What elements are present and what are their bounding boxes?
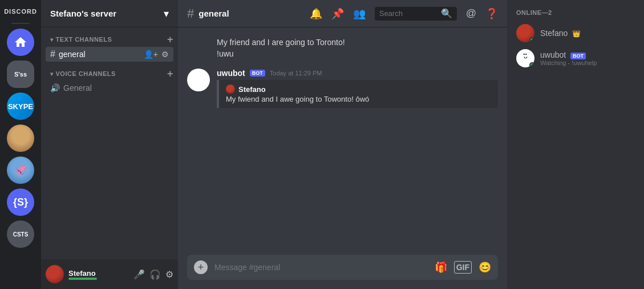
uwubot-name: uwubot BOT bbox=[540, 50, 597, 59]
search-input[interactable] bbox=[379, 9, 438, 18]
user-settings-icon[interactable]: ⚙ bbox=[165, 269, 173, 280]
channel-header: # general 🔔 📌 👥 🔍 @ ❓ bbox=[178, 0, 507, 27]
uwubot-info: uwubot BOT Watching - !uwuhelp bbox=[540, 50, 597, 66]
message-input[interactable] bbox=[214, 263, 428, 272]
message-timestamp: Today at 11:29 PM bbox=[270, 70, 322, 77]
member-info: Stefano 👑 bbox=[540, 29, 581, 38]
user-controls: 🎤 🎧 ⚙ bbox=[133, 269, 173, 280]
uwubot-member-avatar: ᵕ̈ bbox=[516, 49, 534, 67]
server-sss[interactable]: S'ss bbox=[7, 61, 34, 88]
text-channels-chevron: ▾ bbox=[50, 37, 54, 43]
channel-header-name: general bbox=[199, 9, 229, 18]
message-input-container: + 🎁 GIF 😊 bbox=[187, 255, 498, 280]
add-member-icon[interactable]: 👤+ bbox=[144, 50, 158, 59]
server-scurly[interactable]: {S} bbox=[7, 188, 34, 216]
settings-icon[interactable]: ⚙ bbox=[161, 50, 169, 59]
emoji-icon[interactable]: 😊 bbox=[479, 261, 491, 274]
user-area: Stefano 🎤 🎧 ⚙ bbox=[41, 259, 178, 289]
quoted-author-line: Stefano bbox=[226, 85, 491, 94]
quoted-author-name: Stefano bbox=[238, 85, 266, 94]
user-info: Stefano bbox=[68, 269, 129, 280]
server-face[interactable] bbox=[7, 125, 34, 152]
text-channels-category[interactable]: ▾ TEXT CHANNELS + bbox=[41, 32, 178, 47]
server-skype-label: SKYPE bbox=[8, 102, 33, 111]
chevron-down-icon: ▾ bbox=[164, 7, 169, 20]
list-item: !uwu bbox=[178, 48, 507, 59]
microphone-icon[interactable]: 🎤 bbox=[133, 269, 145, 280]
quoted-avatar bbox=[226, 85, 235, 94]
server-scurly-label: {S} bbox=[13, 196, 28, 208]
server-home[interactable] bbox=[7, 29, 34, 56]
members-list: ONLINE—2 Stefano 👑 ᵕ̈ uwubot BOT Watchin… bbox=[507, 0, 644, 289]
main-area: # general 🔔 📌 👥 🔍 @ ❓ My friend and I ar… bbox=[178, 0, 507, 289]
message-text: My friend and I are going to Toronto! bbox=[217, 38, 345, 47]
gif-icon[interactable]: GIF bbox=[454, 261, 472, 274]
online-status-dot bbox=[529, 37, 534, 42]
at-icon[interactable]: @ bbox=[466, 7, 476, 19]
members-icon[interactable]: 👥 bbox=[353, 7, 366, 20]
add-text-channel-button[interactable]: + bbox=[167, 34, 173, 45]
message-content-area: uwubot BOT Today at 11:29 PM Stefano My … bbox=[217, 69, 498, 108]
server-sss-label: S'ss bbox=[14, 71, 27, 78]
uwubot-activity: Watching - !uwuhelp bbox=[540, 59, 597, 66]
voice-channels-label: VOICE CHANNELS bbox=[56, 70, 116, 77]
list-item[interactable]: ᵕ̈ uwubot BOT Watching - !uwuhelp bbox=[512, 46, 639, 71]
message-input-area: + 🎁 GIF 😊 bbox=[178, 255, 507, 289]
crown-icon: 👑 bbox=[572, 30, 581, 38]
voice-channels-category[interactable]: ▾ VOICE CHANNELS + bbox=[41, 66, 178, 81]
channel-list: ▾ TEXT CHANNELS + # general 👤+ ⚙ ▾ VOICE… bbox=[41, 27, 178, 259]
add-voice-channel-button[interactable]: + bbox=[167, 69, 173, 79]
list-item[interactable]: Stefano 👑 bbox=[512, 21, 639, 46]
server-divider bbox=[11, 23, 30, 24]
quoted-message: Stefano My fwiend and I awe going to Tow… bbox=[217, 80, 498, 108]
quoted-text: My fwiend and I awe going to Towonto! ôw… bbox=[226, 95, 491, 103]
text-channels-label: TEXT CHANNELS bbox=[56, 36, 112, 43]
message-text: !uwu bbox=[217, 49, 234, 58]
server-header[interactable]: Stefano's server ▾ bbox=[41, 0, 178, 27]
channel-hash-icon: # bbox=[50, 49, 55, 59]
user-avatar bbox=[46, 265, 64, 283]
voice-channel-name: General bbox=[63, 83, 92, 93]
voice-channel-icon: 🔊 bbox=[50, 83, 60, 93]
member-name: Stefano 👑 bbox=[540, 29, 581, 38]
bot-badge: BOT bbox=[250, 70, 265, 77]
table-row: ᵕ̈ uwubot BOT Today at 11:29 PM Stefano … bbox=[178, 64, 507, 113]
search-icon: 🔍 bbox=[441, 8, 452, 19]
input-icons: 🎁 GIF 😊 bbox=[435, 261, 491, 274]
help-icon[interactable]: ❓ bbox=[485, 7, 498, 20]
members-section-title: ONLINE—2 bbox=[512, 9, 639, 16]
server-squid[interactable]: 🦑 bbox=[7, 156, 34, 184]
uwubot-face-icon: ᵕ̈ bbox=[524, 52, 528, 65]
headset-icon[interactable]: 🎧 bbox=[149, 269, 161, 280]
discord-logo: DISCORD bbox=[4, 5, 37, 18]
uwubot-bot-badge: BOT bbox=[570, 53, 586, 59]
face-img bbox=[7, 125, 34, 152]
channel-header-hash-icon: # bbox=[187, 6, 194, 21]
uwubot-avatar: ᵕ̈ bbox=[187, 69, 210, 91]
server-skype[interactable]: SKYPE bbox=[7, 93, 34, 120]
user-status-bar bbox=[68, 278, 97, 280]
chat-area: My friend and I are going to Toronto! !u… bbox=[178, 27, 507, 255]
pin-icon[interactable]: 📌 bbox=[331, 7, 344, 20]
server-name: Stefano's server bbox=[50, 9, 116, 18]
search-box[interactable]: 🔍 bbox=[375, 7, 457, 21]
uwubot-status-dot bbox=[529, 62, 534, 67]
message-header: uwubot BOT Today at 11:29 PM bbox=[217, 69, 498, 78]
uwu-face-icon: ᵕ̈ bbox=[196, 73, 201, 87]
server-list: DISCORD S'ss SKYPE 🦑 {S} CSTS bbox=[0, 0, 41, 289]
header-icons: 🔔 📌 👥 🔍 @ ❓ bbox=[310, 7, 498, 21]
message-author: uwubot bbox=[217, 69, 245, 78]
voice-channels-chevron: ▾ bbox=[50, 71, 54, 77]
squid-img: 🦑 bbox=[7, 156, 34, 184]
gift-icon[interactable]: 🎁 bbox=[435, 261, 447, 274]
server-csts[interactable]: CSTS bbox=[7, 220, 34, 248]
user-name: Stefano bbox=[68, 269, 129, 278]
bell-icon[interactable]: 🔔 bbox=[310, 7, 322, 20]
list-item: My friend and I are going to Toronto! bbox=[178, 37, 507, 48]
server-csts-label: CSTS bbox=[13, 231, 29, 238]
channel-general-voice[interactable]: 🔊 General bbox=[46, 81, 173, 95]
stefano-avatar bbox=[516, 24, 534, 42]
add-attachment-button[interactable]: + bbox=[194, 260, 208, 274]
channel-general-name: general bbox=[59, 50, 86, 59]
channel-general[interactable]: # general 👤+ ⚙ bbox=[46, 47, 173, 62]
